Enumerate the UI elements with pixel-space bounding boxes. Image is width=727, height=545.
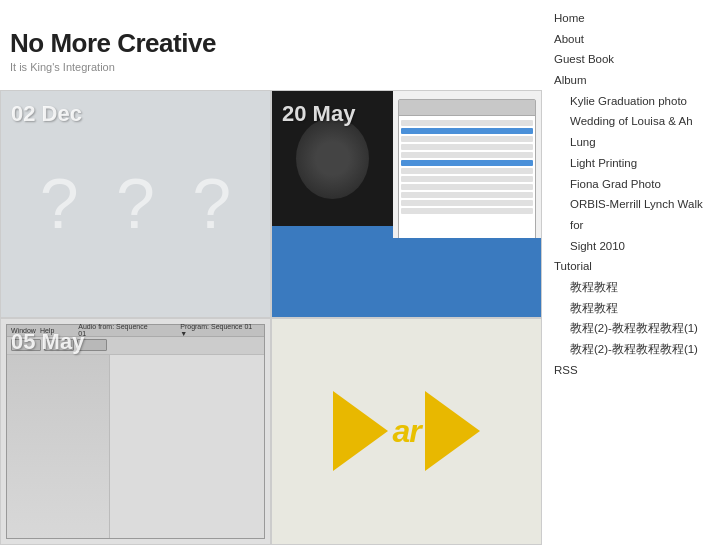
nav-home[interactable]: Home [554,8,715,29]
main-content: No More Creative It is King's Integratio… [0,0,542,545]
nav-rss[interactable]: RSS [554,360,715,381]
post-2-date: 20 May [282,101,355,127]
nav-tutorial-1[interactable]: 教程教程 [554,277,715,298]
posts-grid: 02 Dec ? ? ? 20 May [0,90,542,545]
post-3-date: 05 May [11,329,84,355]
nav-album-wedding[interactable]: Wedding of Louisa & Ah Lung [554,111,715,152]
nav-about[interactable]: About [554,29,715,50]
post-1-date: 02 Dec [11,101,82,127]
post-2[interactable]: 20 May [271,90,542,318]
nav-guestbook[interactable]: Guest Book [554,49,715,70]
post-3[interactable]: 05 May Window Help Audio from: Sequence … [0,318,271,546]
arrow-shape-1 [333,391,388,471]
post-4-content: ar [272,319,541,545]
site-header: No More Creative It is King's Integratio… [0,0,542,83]
post-4[interactable]: ar [271,318,542,546]
nav-album-fiona[interactable]: Fiona Grad Photo [554,174,715,195]
site-title: No More Creative [10,28,542,59]
nav-tutorial[interactable]: Tutorial [554,256,715,277]
nav-tutorial-4[interactable]: 教程(2)-教程教程教程(1) [554,339,715,360]
arrow-shape-2 [425,391,480,471]
post-2-bottom [272,238,541,317]
sw-content [7,355,264,539]
nav-album-sight[interactable]: Sight 2010 [554,236,715,257]
navigation: Home About Guest Book Album Kylie Gradua… [542,0,727,388]
nav-album-kylie[interactable]: Kylie Graduation photo [554,91,715,112]
software-window: Window Help Audio from: Sequence 01 Prog… [6,324,265,540]
nav-album[interactable]: Album [554,70,715,91]
nav-album-orbis[interactable]: ORBIS-Merrill Lynch Walk for [554,194,715,235]
nav-tutorial-2[interactable]: 教程教程 [554,298,715,319]
logo-text: ar [392,413,420,450]
nav-tutorial-3[interactable]: 教程(2)-教程教程教程(1) [554,318,715,339]
post-1[interactable]: 02 Dec ? ? ? [0,90,271,318]
nav-album-light[interactable]: Light Printing [554,153,715,174]
site-subtitle: It is King's Integration [10,61,542,73]
